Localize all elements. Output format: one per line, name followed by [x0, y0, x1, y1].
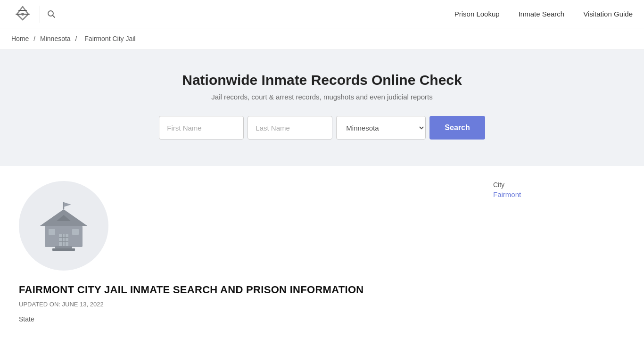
search-icon	[47, 10, 56, 18]
logo-icon	[11, 3, 34, 25]
right-column: City Fairmont	[493, 181, 625, 323]
jail-building-icon	[35, 200, 92, 252]
logo	[11, 3, 34, 25]
svg-rect-13	[72, 229, 79, 235]
left-column: FAIRMONT CITY JAIL INMATE SEARCH AND PRI…	[19, 181, 465, 323]
hero-section: Nationwide Inmate Records Online Check J…	[0, 49, 644, 166]
updated-label: UPDATED ON: JUNE 13, 2022	[19, 301, 465, 308]
last-name-input[interactable]	[248, 116, 332, 140]
city-label: City	[493, 181, 625, 189]
nav-inmate-search[interactable]: Inmate Search	[519, 10, 565, 18]
breadcrumb: Home / Minnesota / Fairmont City Jail	[0, 28, 644, 49]
svg-rect-22	[55, 246, 72, 248]
main-nav: Prison Lookup Inmate Search Visitation G…	[454, 10, 633, 18]
breadcrumb-sep-1: /	[33, 35, 37, 42]
first-name-input[interactable]	[159, 116, 244, 140]
header: Prison Lookup Inmate Search Visitation G…	[0, 0, 644, 28]
search-button[interactable]: Search	[429, 116, 485, 140]
svg-point-7	[21, 13, 24, 16]
main-content: FAIRMONT CITY JAIL INMATE SEARCH AND PRI…	[0, 166, 644, 338]
svg-marker-17	[64, 202, 71, 207]
svg-rect-23	[52, 248, 75, 251]
nav-prison-lookup[interactable]: Prison Lookup	[454, 10, 500, 18]
breadcrumb-current: Fairmont City Jail	[84, 35, 135, 42]
breadcrumb-sep-2: /	[75, 35, 79, 42]
nav-visitation-guide[interactable]: Visitation Guide	[583, 10, 633, 18]
hero-subtitle: Jail records, court & arrest records, mu…	[11, 93, 633, 101]
hero-title: Nationwide Inmate Records Online Check	[11, 72, 633, 88]
search-form: AlabamaAlaskaArizonaArkansasCaliforniaCo…	[11, 116, 633, 140]
header-left	[11, 3, 57, 25]
svg-rect-12	[49, 229, 55, 235]
header-search-button[interactable]	[40, 6, 57, 23]
city-info: City Fairmont	[493, 181, 625, 199]
svg-line-9	[52, 15, 55, 17]
state-select[interactable]: AlabamaAlaskaArizonaArkansasCaliforniaCo…	[336, 116, 426, 140]
breadcrumb-minnesota[interactable]: Minnesota	[40, 35, 71, 42]
breadcrumb-home[interactable]: Home	[11, 35, 29, 42]
jail-title: FAIRMONT CITY JAIL INMATE SEARCH AND PRI…	[19, 284, 465, 296]
city-value[interactable]: Fairmont	[493, 190, 521, 198]
state-label-text: State	[19, 315, 465, 323]
jail-icon-circle	[19, 181, 108, 271]
svg-rect-11	[59, 234, 68, 247]
